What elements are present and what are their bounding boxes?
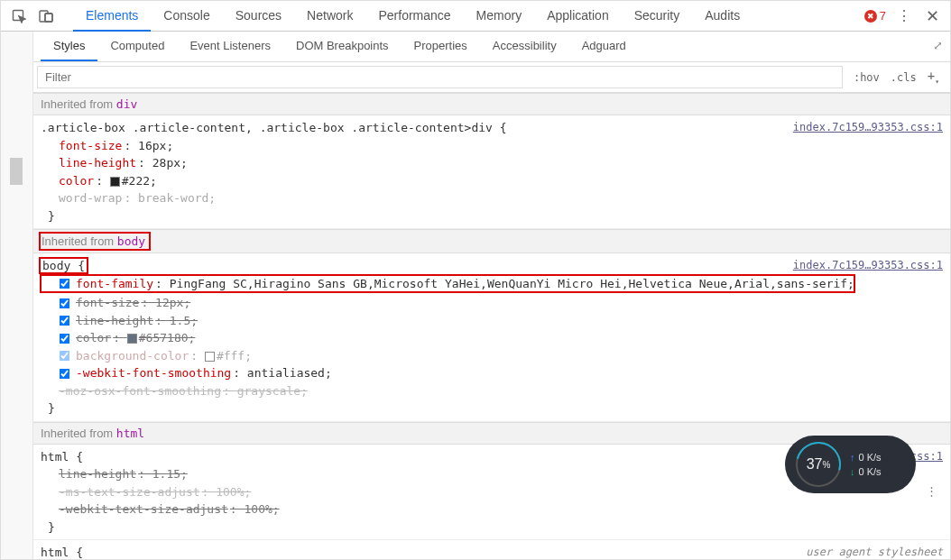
close-brace: } xyxy=(41,207,943,225)
cpu-usage-circle: 37% xyxy=(796,442,841,487)
toggle-declaration[interactable] xyxy=(60,351,70,362)
tab-security[interactable]: Security xyxy=(622,1,693,32)
declaration[interactable]: background-color: #fff; xyxy=(41,347,943,365)
declaration[interactable]: line-height: 1.5; xyxy=(41,312,943,330)
color-swatch[interactable] xyxy=(110,177,120,187)
subtab-adguard[interactable]: Adguard xyxy=(569,32,639,61)
color-swatch[interactable] xyxy=(127,334,137,344)
main-tabs: Elements Console Sources Network Perform… xyxy=(73,1,859,32)
color-swatch[interactable] xyxy=(205,352,215,362)
source-link[interactable]: index.7c159…93353.css:1 xyxy=(793,257,943,273)
element-tag[interactable]: html xyxy=(116,427,144,440)
main-toolbar: Elements Console Sources Network Perform… xyxy=(1,1,950,32)
tab-sources[interactable]: Sources xyxy=(223,1,294,32)
upload-arrow-icon: ↑ xyxy=(850,452,855,463)
cls-toggle[interactable]: .cls xyxy=(887,69,920,86)
inherited-from-div-header: Inherited from div xyxy=(33,93,950,115)
tab-memory[interactable]: Memory xyxy=(464,1,535,32)
element-tag[interactable]: div xyxy=(116,97,137,111)
tab-network[interactable]: Network xyxy=(294,1,365,32)
hov-toggle[interactable]: :hov xyxy=(850,69,883,86)
dom-tree-collapsed[interactable] xyxy=(1,32,33,559)
toggle-declaration[interactable] xyxy=(60,298,70,308)
toggle-declaration[interactable] xyxy=(60,368,70,379)
declaration-font-family[interactable]: font-family: PingFang SC,Hiragino Sans G… xyxy=(41,275,854,293)
error-count-badge[interactable]: 7 xyxy=(864,9,886,23)
filter-row: :hov .cls +▾ xyxy=(33,62,950,93)
close-brace: } xyxy=(41,519,943,537)
tab-console[interactable]: Console xyxy=(151,1,222,32)
close-devtools-icon[interactable]: ✕ xyxy=(922,6,943,26)
tab-application[interactable]: Application xyxy=(534,1,622,32)
close-brace: } xyxy=(41,399,943,418)
declaration[interactable]: word-wrap: break-word; xyxy=(41,189,943,207)
devtools-window: Elements Console Sources Network Perform… xyxy=(0,0,951,560)
declaration[interactable]: -webkit-text-size-adjust: 100%; xyxy=(41,500,943,519)
expand-pane-icon[interactable]: ⤢ xyxy=(926,32,950,61)
inherited-label: Inherited from xyxy=(41,427,116,440)
sidebar-tabs: Styles Computed Event Listeners DOM Brea… xyxy=(33,32,950,62)
inherited-label: Inherited from xyxy=(42,234,117,248)
tab-performance[interactable]: Performance xyxy=(365,1,463,32)
new-style-rule-icon[interactable]: +▾ xyxy=(924,67,943,87)
tab-audits[interactable]: Audits xyxy=(692,1,752,32)
svg-rect-2 xyxy=(45,14,52,22)
subtab-properties[interactable]: Properties xyxy=(402,32,480,61)
dom-node-marker xyxy=(10,158,23,185)
declaration[interactable]: -moz-osx-font-smoothing: grayscale; xyxy=(41,382,943,400)
toolbar-right: 7 ⋮ ✕ xyxy=(864,6,943,26)
download-arrow-icon: ↓ xyxy=(850,466,855,477)
inherited-from-body-header: Inherited from body xyxy=(33,229,950,253)
styles-pane: Styles Computed Event Listeners DOM Brea… xyxy=(33,32,950,559)
declaration[interactable]: -webkit-font-smoothing: antialiased; xyxy=(41,364,943,382)
subtab-event-listeners[interactable]: Event Listeners xyxy=(177,32,283,61)
settings-kebab-icon[interactable]: ⋮ xyxy=(893,7,915,24)
toggle-declaration[interactable] xyxy=(60,316,70,326)
css-rule-html-ua[interactable]: user agent stylesheet html { xyxy=(33,540,950,559)
toggle-declaration[interactable] xyxy=(60,333,70,344)
network-monitor-widget[interactable]: 37% ↑0 K/s ↓0 K/s xyxy=(785,436,916,493)
inherited-label: Inherited from xyxy=(41,97,116,111)
filter-input[interactable] xyxy=(37,66,843,88)
declaration[interactable]: font-size: 16px; xyxy=(41,137,943,155)
panel-body: Styles Computed Event Listeners DOM Brea… xyxy=(1,32,950,559)
declaration[interactable]: color: #657180; xyxy=(41,329,943,347)
subtab-dom-breakpoints[interactable]: DOM Breakpoints xyxy=(283,32,402,61)
css-rule-article[interactable]: index.7c159…93353.css:1 .article-box .ar… xyxy=(33,115,950,229)
declaration[interactable]: line-height: 28px; xyxy=(41,154,943,172)
element-tag[interactable]: body xyxy=(117,234,145,248)
inspect-element-icon[interactable] xyxy=(8,5,30,27)
net-stats: ↑0 K/s ↓0 K/s xyxy=(850,452,882,477)
subtab-accessibility[interactable]: Accessibility xyxy=(480,32,569,61)
subtab-computed[interactable]: Computed xyxy=(97,32,177,61)
declaration[interactable]: font-size: 12px; xyxy=(41,294,943,312)
toggle-device-toolbar-icon[interactable] xyxy=(35,5,57,27)
source-link[interactable]: index.7c159…93353.css:1 xyxy=(793,119,943,135)
declaration[interactable]: color: #222; xyxy=(41,172,943,190)
toggle-declaration[interactable] xyxy=(60,278,70,289)
ua-stylesheet-label: user agent stylesheet xyxy=(806,544,943,559)
styles-list[interactable]: Inherited from div index.7c159…93353.css… xyxy=(33,93,950,559)
subtab-styles[interactable]: Styles xyxy=(41,32,97,61)
tab-elements[interactable]: Elements xyxy=(73,1,151,32)
filter-controls: :hov .cls +▾ xyxy=(843,62,950,92)
widget-menu-icon[interactable]: ⋮ xyxy=(926,484,937,498)
css-rule-body[interactable]: index.7c159…93353.css:1 body { font-fami… xyxy=(33,253,950,422)
